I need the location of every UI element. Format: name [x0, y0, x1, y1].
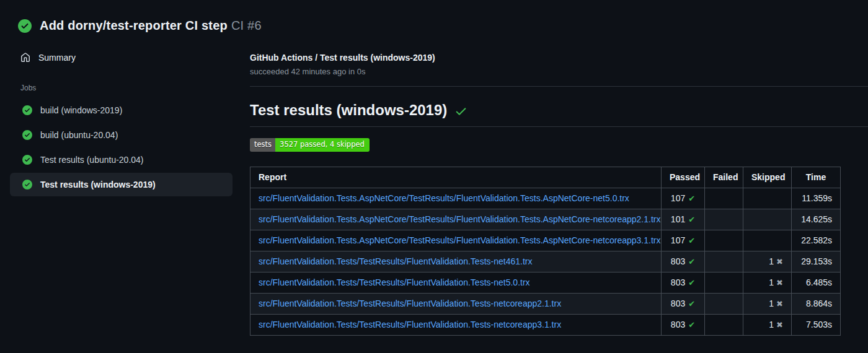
- table-row: src/FluentValidation.Tests/TestResults/F…: [250, 272, 841, 293]
- passed-count: 107: [671, 235, 685, 245]
- skipped-cell: 1✖: [743, 293, 792, 314]
- check-icon: ✔: [688, 194, 695, 203]
- check-run-status-text: succeeded 42 minutes ago in 0s: [250, 67, 868, 76]
- passed-count: 803: [671, 256, 685, 266]
- report-link[interactable]: src/FluentValidation.Tests.AspNetCore/Te…: [259, 193, 629, 203]
- check-icon: ✔: [688, 236, 695, 245]
- report-link[interactable]: src/FluentValidation.Tests/TestResults/F…: [259, 299, 561, 308]
- column-header-report: Report: [250, 167, 662, 188]
- time-cell: 6.485s: [792, 272, 841, 293]
- column-header-skipped: Skipped: [743, 167, 792, 188]
- report-link[interactable]: src/FluentValidation.Tests/TestResults/F…: [259, 256, 532, 266]
- jobs-list: build (windows-2019) build (ubuntu-20.04…: [10, 98, 232, 196]
- report-cell: src/FluentValidation.Tests/TestResults/F…: [250, 293, 662, 314]
- check-icon: ✔: [688, 278, 695, 287]
- page-title: Add dorny/test-reporter CI step: [40, 19, 228, 32]
- passed-cell: 803✔: [662, 293, 705, 314]
- time-cell: 8.864s: [792, 293, 841, 314]
- time-cell: 29.153s: [792, 251, 841, 272]
- job-label: build (ubuntu-20.04): [40, 130, 118, 140]
- tests-badge-value: 3527 passed, 4 skipped: [275, 138, 370, 152]
- test-results-table: Report Passed Failed Skipped Time src/Fl…: [250, 167, 841, 336]
- passed-cell: 107✔: [662, 188, 705, 209]
- skipped-cell: 1✖: [743, 272, 792, 293]
- failed-cell: [705, 314, 743, 335]
- passed-cell: 107✔: [662, 230, 705, 251]
- report-cell: src/FluentValidation.Tests.AspNetCore/Te…: [250, 209, 662, 230]
- success-check-icon: [454, 103, 467, 118]
- failed-cell: [705, 293, 743, 314]
- report-link[interactable]: src/FluentValidation.Tests.AspNetCore/Te…: [259, 214, 660, 224]
- time-cell: 11.359s: [792, 188, 841, 209]
- skipped-count: 1: [769, 277, 774, 287]
- column-header-failed: Failed: [705, 167, 743, 188]
- x-icon: ✖: [776, 320, 783, 329]
- skipped-cell: 1✖: [743, 314, 792, 335]
- job-label: Test results (windows-2019): [40, 180, 156, 190]
- passed-cell: 803✔: [662, 272, 705, 293]
- passed-count: 803: [671, 299, 685, 308]
- report-cell: src/FluentValidation.Tests/TestResults/F…: [250, 314, 662, 335]
- tests-badge: tests 3527 passed, 4 skipped: [250, 138, 370, 152]
- check-icon: ✔: [688, 257, 695, 266]
- skipped-cell: [743, 188, 792, 209]
- report-cell: src/FluentValidation.Tests/TestResults/F…: [250, 272, 662, 293]
- passed-count: 107: [671, 193, 685, 203]
- sidebar-job-item[interactable]: build (ubuntu-20.04): [10, 123, 232, 147]
- skipped-count: 1: [769, 320, 774, 329]
- x-icon: ✖: [776, 278, 783, 287]
- report-cell: src/FluentValidation.Tests.AspNetCore/Te…: [250, 188, 662, 209]
- passed-count: 803: [671, 277, 685, 287]
- check-icon: ✔: [688, 299, 695, 308]
- workflow-run-title: Add dorny/test-reporter CI stepCI #6: [40, 19, 262, 33]
- check-circle-icon: [22, 180, 32, 190]
- run-header: Add dorny/test-reporter CI stepCI #6: [0, 0, 868, 33]
- failed-cell: [705, 188, 743, 209]
- check-circle-icon: [22, 130, 32, 140]
- time-cell: 14.625s: [792, 209, 841, 230]
- report-link[interactable]: src/FluentValidation.Tests/TestResults/F…: [259, 277, 530, 287]
- job-label: build (windows-2019): [40, 105, 122, 115]
- run-number: CI #6: [231, 19, 262, 32]
- tests-badge-label: tests: [250, 138, 275, 152]
- check-run-title: GitHub Actions / Test results (windows-2…: [250, 53, 868, 63]
- failed-cell: [705, 251, 743, 272]
- summary-label: Summary: [38, 53, 76, 63]
- main-content: GitHub Actions / Test results (windows-2…: [232, 48, 868, 336]
- sidebar-job-item[interactable]: Test results (ubuntu-20.04): [10, 148, 232, 172]
- table-row: src/FluentValidation.Tests.AspNetCore/Te…: [250, 188, 841, 209]
- sidebar-job-item[interactable]: Test results (windows-2019): [10, 173, 232, 196]
- passed-count: 803: [671, 320, 685, 329]
- report-cell: src/FluentValidation.Tests.AspNetCore/Te…: [250, 230, 662, 251]
- table-row: src/FluentValidation.Tests/TestResults/F…: [250, 251, 841, 272]
- report-link[interactable]: src/FluentValidation.Tests.AspNetCore/Te…: [259, 235, 660, 245]
- sidebar: Summary Jobs build (windows-2019) build …: [0, 48, 232, 198]
- skipped-cell: 1✖: [743, 251, 792, 272]
- sidebar-job-item[interactable]: build (windows-2019): [10, 98, 232, 122]
- table-header-row: Report Passed Failed Skipped Time: [250, 167, 841, 188]
- table-row: src/FluentValidation.Tests/TestResults/F…: [250, 293, 841, 314]
- job-label: Test results (ubuntu-20.04): [40, 155, 144, 165]
- sidebar-item-summary[interactable]: Summary: [10, 48, 232, 68]
- table-row: src/FluentValidation.Tests.AspNetCore/Te…: [250, 230, 841, 251]
- check-icon: ✔: [688, 320, 695, 329]
- skipped-cell: [743, 230, 792, 251]
- passed-cell: 101✔: [662, 209, 705, 230]
- section-title-text: Test results (windows-2019): [250, 102, 447, 119]
- check-circle-icon: [22, 155, 32, 165]
- time-cell: 7.503s: [792, 314, 841, 335]
- jobs-section-label: Jobs: [20, 84, 232, 92]
- failed-cell: [705, 230, 743, 251]
- column-header-time: Time: [792, 167, 841, 188]
- passed-cell: 803✔: [662, 314, 705, 335]
- passed-cell: 803✔: [662, 251, 705, 272]
- check-circle-icon: [22, 105, 32, 115]
- check-icon: ✔: [688, 215, 695, 224]
- table-row: src/FluentValidation.Tests/TestResults/F…: [250, 314, 841, 335]
- passed-count: 101: [671, 214, 685, 224]
- report-link[interactable]: src/FluentValidation.Tests/TestResults/F…: [259, 320, 561, 329]
- home-icon: [20, 53, 30, 63]
- skipped-count: 1: [769, 299, 774, 308]
- table-row: src/FluentValidation.Tests.AspNetCore/Te…: [250, 209, 841, 230]
- skipped-cell: [743, 209, 792, 230]
